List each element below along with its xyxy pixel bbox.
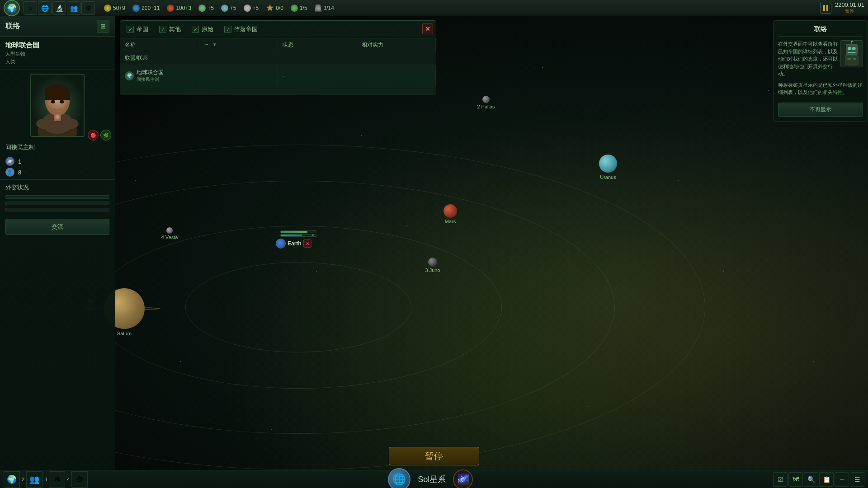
planet-juno[interactable]: 3 Juno — [428, 258, 437, 267]
bottom-tab-population[interactable]: 👥 — [26, 471, 42, 488]
govt-icon-2: 🌿 — [100, 130, 111, 141]
system-name: Sol星系 — [418, 474, 446, 485]
earth-marker[interactable]: ✕ Earth ✕ — [276, 230, 316, 249]
td-name: 🌍 地球联合国 间接民主制 — [120, 65, 199, 86]
diplo-modal: ✕ 帝国 其他 原始 堕落帝国 名称 → ▼ 状态 相对实力 联盟/联邦 — [120, 20, 436, 94]
filter-primitive[interactable]: 原始 — [192, 25, 213, 33]
advisor-portrait — [840, 40, 863, 67]
bottom-right-icon-2[interactable]: 🗺 — [788, 472, 803, 487]
planets-value: 1/5 — [300, 5, 307, 11]
planet-pallas[interactable]: 2 Pallas — [482, 96, 490, 103]
top-icon-factions[interactable]: 👥 — [67, 1, 80, 15]
modal-close-button[interactable]: ✕ — [422, 23, 433, 34]
filter-other-checkbox[interactable] — [159, 26, 166, 33]
empire-row-sub-name: 间接民主制 — [137, 76, 164, 83]
portrait-figure — [31, 75, 84, 136]
left-panel: 联络 ⊞ 地球联合国 人型生物 人类 — [0, 16, 115, 470]
resource-unity: +5 — [221, 5, 236, 12]
planet-uranus[interactable]: Uranus — [599, 155, 617, 173]
planet-juno-label: 3 Juno — [425, 267, 440, 273]
filter-empire[interactable]: 帝国 — [127, 25, 148, 33]
panel-title: 联络 — [5, 22, 20, 31]
bottom-right-icons: ☑ 🗺 🔍 📋 → ☰ — [769, 472, 868, 487]
planet-pallas-label: 2 Pallas — [477, 104, 495, 109]
top-icon-combat[interactable]: ⚔ — [24, 1, 37, 15]
empire-row-name: 地球联合国 间接民主制 — [137, 69, 164, 83]
pause-button[interactable] — [820, 3, 831, 14]
earth-close-button[interactable]: ✕ — [303, 239, 311, 248]
galaxy-icon[interactable]: 🌌 — [453, 469, 473, 488]
empire-row-icon: 🌍 — [125, 71, 134, 80]
td-status: - — [278, 65, 357, 86]
th-alliance: 联盟/联邦 — [120, 52, 199, 65]
svg-point-13 — [848, 47, 851, 51]
bottom-tab-2-label: 2 — [20, 477, 26, 482]
bottom-right-icon-6[interactable]: ☰ — [850, 472, 864, 487]
diplo-bar-3 — [5, 208, 109, 211]
leader-portrait[interactable] — [30, 74, 85, 137]
help-title: 联络 — [778, 25, 863, 37]
bottom-right-icon-5[interactable]: → — [835, 472, 849, 487]
govt-type: 间接民主制 — [0, 141, 115, 154]
planet-mars-label: Mars — [445, 219, 456, 224]
filter-empire-label: 帝国 — [137, 25, 148, 33]
bottom-right-icon-3[interactable]: 🔍 — [804, 472, 818, 487]
planets-icon — [291, 5, 298, 12]
earth-bar-icon: ✕ — [311, 234, 316, 237]
no-show-button[interactable]: 不再显示 — [778, 103, 863, 117]
stat-pop-value: 8 — [18, 169, 21, 176]
options-icon: ⊞ — [100, 23, 106, 30]
tech-icon — [198, 5, 206, 12]
th-arrow-label: → — [204, 41, 209, 47]
panel-options-button[interactable]: ⊞ — [97, 20, 109, 33]
influence-icon — [266, 4, 274, 12]
bottom-left-tabs: 🌍 2 👥 3 ❄ 4 ⚙ — [0, 471, 91, 488]
help-text-2: 种族标签页显示的是已知外星种族的详细列表，以及他们的相关特性。 — [778, 81, 863, 96]
resource-fleets: 3/14 — [315, 5, 334, 12]
govt-icon-2-symbol: 🌿 — [103, 133, 108, 138]
diplo-bar-2 — [5, 202, 109, 205]
bottom-tab-4-label: 4 — [65, 477, 71, 482]
top-icon-research[interactable]: 🔬 — [52, 1, 66, 15]
amenities-icon — [244, 5, 251, 12]
top-icon-settings[interactable]: ⚙ — [81, 1, 95, 15]
bottom-tab-globe[interactable]: 🌍 — [4, 471, 20, 488]
diplo-bar-bg-2 — [5, 202, 109, 205]
stat-row-planets: 🪐 1 — [5, 157, 109, 166]
filter-other[interactable]: 其他 — [159, 25, 181, 33]
bottom-right-icon-1[interactable]: ☑ — [773, 472, 788, 487]
bottom-tab-wrench[interactable]: ⚙ — [71, 471, 88, 488]
bottom-right-icon-4[interactable]: 📋 — [819, 472, 834, 487]
diplo-bar-bg-3 — [5, 208, 109, 211]
th-arrow[interactable]: → ▼ — [199, 38, 278, 52]
td-power — [357, 65, 436, 86]
filter-fallen[interactable]: 堕落帝国 — [224, 25, 258, 33]
top-icon-diplomacy[interactable]: 🌐 — [38, 1, 52, 15]
svg-rect-19 — [847, 58, 851, 60]
exchange-button[interactable]: 交流 — [5, 219, 109, 235]
portrait-svg — [30, 75, 85, 136]
empire-info: 地球联合国 人型生物 人类 — [0, 37, 115, 70]
date-display: 2200.01.01 — [835, 1, 864, 8]
resource-tech: +5 — [198, 5, 214, 12]
th-status: 状态 — [278, 38, 357, 52]
minerals-value: 200+11 — [142, 5, 160, 11]
table-row[interactable]: 🌍 地球联合国 间接民主制 - — [120, 65, 436, 94]
highlight-empire: 帝国 — [788, 49, 798, 54]
planet-vesta[interactable]: 4 Vesta — [166, 227, 173, 234]
svg-rect-10 — [54, 114, 61, 121]
stat-planet-value: 1 — [18, 158, 21, 165]
bottom-tab-snowflake[interactable]: ❄ — [49, 471, 65, 488]
th-name: 名称 — [120, 38, 199, 52]
system-globe-icon[interactable]: 🌐 — [388, 468, 410, 488]
planet-mars[interactable]: Mars — [443, 204, 457, 218]
unity-value: +5 — [230, 5, 236, 11]
filter-primitive-checkbox[interactable] — [192, 26, 199, 33]
empire-icon[interactable]: 🌍 — [4, 0, 20, 16]
stat-planet-icon: 🪐 — [5, 157, 14, 166]
filter-fallen-checkbox[interactable] — [224, 26, 231, 33]
tech-value: +5 — [208, 5, 214, 11]
pause-bar-1 — [823, 5, 825, 11]
filter-empire-checkbox[interactable] — [127, 26, 134, 33]
right-help-panel: 联络 在外交界面中可以查看所有已知帝国的详细列表，以及他们对我们的态度，还可以便… — [773, 20, 868, 122]
